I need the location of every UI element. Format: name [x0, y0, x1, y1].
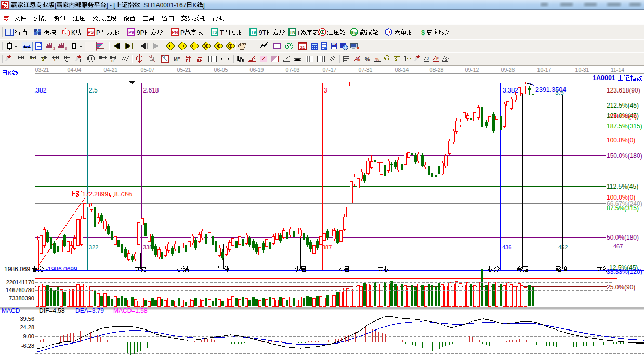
- svg-text:436: 436: [502, 244, 511, 250]
- svg-text:07-03: 07-03: [286, 67, 300, 73]
- svg-text:452: 452: [558, 244, 568, 250]
- svg-text:P: P: [96, 29, 100, 36]
- svg-text:04-21: 04-21: [104, 67, 118, 73]
- svg-text:K: K: [71, 29, 75, 36]
- svg-text:06-19: 06-19: [250, 67, 264, 73]
- svg-text:03-21: 03-21: [35, 67, 49, 73]
- svg-text:09-12: 09-12: [465, 67, 479, 73]
- svg-text:3: 3: [53, 47, 55, 50]
- svg-text:T: T: [297, 30, 300, 36]
- svg-text:-6.28: -6.28: [21, 342, 34, 349]
- svg-text:07-17: 07-17: [323, 67, 337, 73]
- svg-text:9P: 9P: [137, 29, 144, 36]
- svg-text:TN: TN: [290, 30, 295, 35]
- svg-text:DEA=3.79: DEA=3.79: [75, 307, 104, 314]
- svg-text:SH1A0001-167: SH1A0001-167: [143, 2, 186, 9]
- svg-text:И": И": [174, 56, 180, 62]
- svg-text:MACD: MACD: [2, 307, 20, 314]
- svg-text:T: T: [220, 29, 224, 36]
- svg-text:10-31: 10-31: [575, 67, 589, 73]
- svg-text:9.00: 9.00: [23, 333, 34, 339]
- svg-text:200.0%(0): 200.0%(0): [608, 113, 637, 120]
- svg-text:J: J: [427, 56, 429, 61]
- svg-text:112.5%(45): 112.5%(45): [607, 183, 638, 190]
- svg-text:39.56: 39.56: [20, 315, 34, 322]
- svg-text:DIF=4.58: DIF=4.58: [39, 307, 65, 314]
- svg-text:25.0%(90): 25.0%(90): [607, 284, 635, 291]
- svg-text:F: F: [54, 58, 57, 62]
- svg-text:06-05: 06-05: [214, 67, 228, 73]
- svg-text:$: $: [421, 29, 425, 36]
- svg-text:1986.069: 1986.069: [4, 266, 30, 273]
- svg-text:04-04: 04-04: [68, 67, 82, 73]
- svg-text:2391.3504: 2391.3504: [535, 86, 566, 94]
- svg-text:] - [: ] - [: [106, 2, 115, 9]
- svg-text:21: 21: [300, 45, 305, 50]
- svg-text:2.5: 2.5: [89, 87, 98, 94]
- svg-text:T9: T9: [251, 30, 256, 35]
- svg-text:1A0001: 1A0001: [593, 74, 615, 82]
- svg-text:08-14: 08-14: [395, 67, 409, 73]
- svg-text:87.5%(315): 87.5%(315): [607, 205, 639, 212]
- svg-text:05-07: 05-07: [141, 67, 155, 73]
- svg-text:322: 322: [89, 244, 98, 250]
- svg-text:11-14: 11-14: [611, 67, 624, 73]
- svg-text:2: 2: [114, 58, 115, 61]
- svg-text:05-21: 05-21: [177, 67, 191, 73]
- svg-text:08-28: 08-28: [430, 67, 444, 73]
- svg-text:F: F: [436, 56, 439, 61]
- svg-text:K: K: [8, 70, 12, 77]
- svg-text:50.0%(180): 50.0%(180): [607, 234, 639, 241]
- svg-text:100.0%(0): 100.0%(0): [607, 137, 635, 144]
- svg-text:212.5%(45): 212.5%(45): [607, 102, 639, 109]
- svg-text:07-31: 07-31: [359, 67, 373, 73]
- svg-text:]: ]: [203, 2, 204, 9]
- svg-text:10-17: 10-17: [537, 67, 551, 73]
- svg-text:387: 387: [322, 244, 332, 250]
- svg-text:Big: Big: [351, 31, 357, 35]
- svg-text:PN: PN: [172, 30, 178, 35]
- svg-text:K: K: [192, 2, 196, 9]
- svg-text:n: n: [111, 58, 113, 63]
- svg-text:9: 9: [65, 47, 67, 50]
- svg-text:8.73%: 8.73%: [114, 191, 132, 198]
- svg-text:09-26: 09-26: [501, 67, 515, 73]
- svg-text:467: 467: [613, 243, 623, 249]
- svg-text:3: 3: [324, 87, 327, 94]
- svg-text:24.28: 24.28: [20, 324, 34, 331]
- svg-text:73380390: 73380390: [9, 295, 34, 301]
- svg-text:-1986.0699: -1986.0699: [46, 266, 77, 273]
- svg-text:.382: .382: [34, 87, 47, 94]
- svg-text:220141170: 220141170: [6, 279, 34, 285]
- svg-text:MACD=1.58: MACD=1.58: [113, 307, 148, 314]
- svg-text:172.2899: 172.2899: [82, 191, 108, 198]
- svg-text:9T: 9T: [259, 29, 267, 36]
- svg-text:P: P: [180, 29, 185, 36]
- svg-text:3.382: 3.382: [503, 87, 518, 94]
- svg-text:%: %: [365, 56, 370, 62]
- svg-text:TS: TS: [212, 30, 217, 35]
- svg-text:146760780: 146760780: [6, 287, 34, 293]
- svg-text:2.618: 2.618: [143, 87, 159, 94]
- svg-text:P9: P9: [128, 30, 134, 35]
- svg-text:PS: PS: [88, 30, 94, 35]
- svg-text:123.618(90): 123.618(90): [607, 87, 640, 94]
